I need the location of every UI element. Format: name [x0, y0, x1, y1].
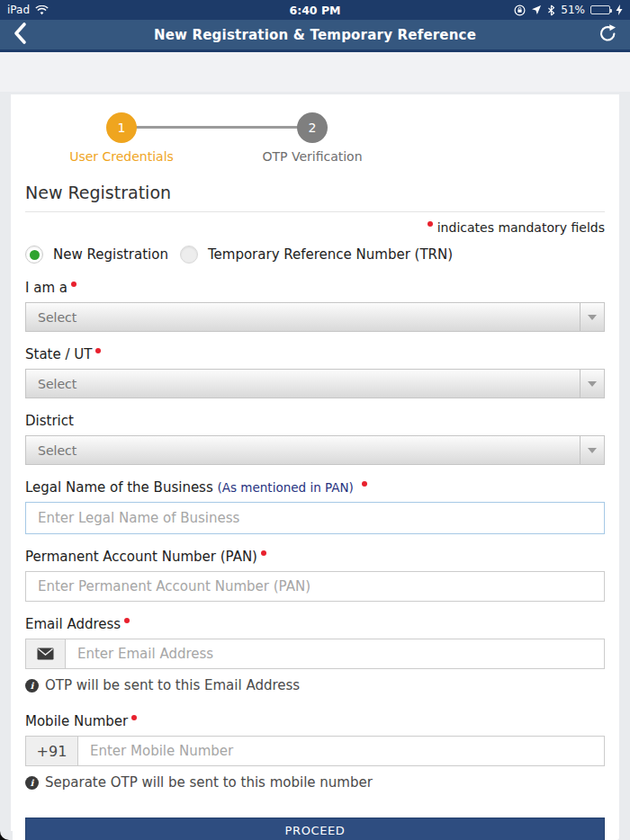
charging-icon: [616, 4, 623, 15]
chevron-left-icon: [13, 22, 27, 49]
battery-percent: 51%: [561, 4, 585, 16]
email-input[interactable]: [66, 639, 604, 668]
page-title: New Registration & Temporary Reference: [43, 27, 587, 43]
iam-select[interactable]: Select: [25, 302, 605, 332]
pan-label: Permanent Account Number (PAN): [25, 549, 605, 565]
mobile-input-group: +91: [25, 736, 605, 766]
required-dot-icon: [95, 348, 101, 353]
info-icon: i: [25, 679, 39, 693]
status-bar: iPad 6:40 PM 51%: [0, 0, 630, 20]
state-select[interactable]: Select: [25, 369, 605, 398]
mobile-info: i Separate OTP will be sent to this mobi…: [25, 774, 605, 791]
mandatory-note: indicates mandatory fields: [25, 220, 605, 235]
orientation-lock-icon: [514, 4, 526, 16]
radio-unselected-icon: [180, 246, 198, 264]
step-1-label: User Credentials: [54, 149, 189, 164]
radio-label: Temporary Reference Number (TRN): [208, 246, 453, 263]
state-select-value: Select: [26, 377, 76, 391]
page-background: 1 2 User Credentials OTP Verification Ne…: [0, 94, 630, 840]
mobile-label: Mobile Number: [25, 713, 605, 729]
location-icon: [531, 4, 542, 15]
progress-stepper: 1 2 User Credentials OTP Verification: [25, 103, 605, 168]
back-button[interactable]: [13, 22, 43, 49]
info-icon: i: [25, 776, 39, 790]
registration-type-radio-group: New Registration Temporary Reference Num…: [25, 246, 605, 264]
radio-label: New Registration: [53, 246, 168, 263]
required-dot-icon: [131, 715, 137, 720]
email-info: i OTP will be sent to this Email Address: [25, 677, 605, 693]
legal-name-label: Legal Name of the Business (As mentioned…: [25, 479, 605, 496]
chevron-down-icon: [580, 303, 604, 331]
required-dot-icon: [261, 550, 266, 556]
legal-name-note: (As mentioned in PAN): [218, 480, 354, 495]
step-1-circle: 1: [106, 112, 137, 143]
pan-input[interactable]: [25, 571, 605, 602]
mobile-input[interactable]: [78, 737, 604, 765]
radio-trn[interactable]: Temporary Reference Number (TRN): [180, 246, 453, 264]
device-name: iPad: [7, 4, 30, 16]
bluetooth-icon: [547, 4, 555, 16]
district-select[interactable]: Select: [25, 435, 605, 465]
heading-divider: [25, 211, 605, 212]
form-heading: New Registration: [25, 183, 605, 202]
legal-name-input[interactable]: [25, 502, 605, 534]
email-input-group: [25, 639, 605, 669]
chevron-down-icon: [580, 436, 604, 464]
chevron-down-icon: [580, 370, 604, 398]
district-label: District: [25, 413, 605, 429]
form-card: 1 2 User Credentials OTP Verification Ne…: [11, 94, 619, 840]
email-label: Email Address: [25, 616, 605, 632]
proceed-button[interactable]: PROCEED: [25, 818, 605, 840]
sub-header-band: [0, 52, 630, 92]
mandatory-dot-icon: [428, 221, 433, 227]
battery-icon: [590, 5, 610, 14]
screen: iPad 6:40 PM 51%: [0, 0, 630, 840]
refresh-icon: [598, 23, 617, 47]
state-label: State / UT: [25, 346, 605, 362]
nav-bar: New Registration & Temporary Reference: [0, 20, 630, 52]
stepper-connector: [124, 126, 315, 129]
mobile-prefix: +91: [26, 737, 78, 765]
radio-selected-icon: [25, 246, 43, 264]
required-dot-icon: [71, 281, 76, 287]
wifi-icon: [35, 5, 49, 15]
required-dot-icon: [362, 481, 367, 487]
iam-label: I am a: [25, 280, 605, 296]
status-time: 6:40 PM: [169, 4, 461, 17]
district-select-value: Select: [26, 443, 76, 458]
step-2-label: OTP Verification: [240, 149, 384, 164]
required-dot-icon: [124, 618, 130, 623]
envelope-icon: [26, 639, 66, 668]
refresh-button[interactable]: [587, 23, 617, 47]
step-2-circle: 2: [297, 112, 328, 143]
radio-new-registration[interactable]: New Registration: [25, 246, 168, 264]
iam-select-value: Select: [26, 310, 76, 325]
